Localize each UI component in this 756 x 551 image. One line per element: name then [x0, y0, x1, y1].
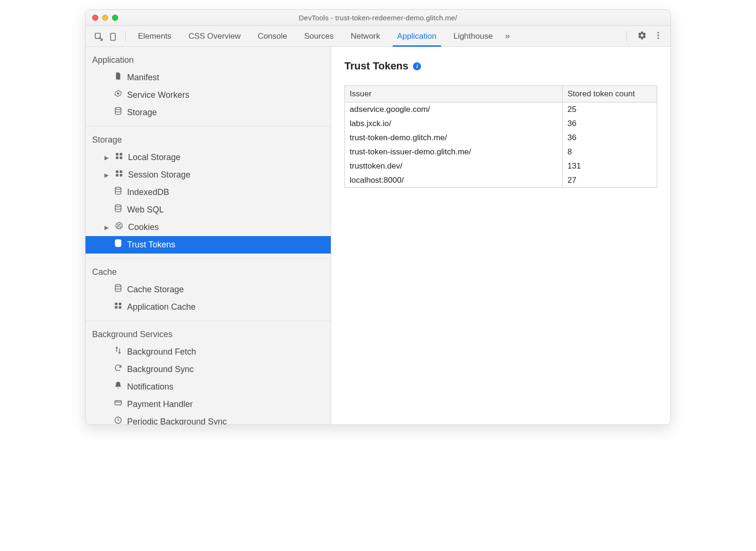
- db-icon: [114, 186, 122, 199]
- cell-issuer: trust-token-issuer-demo.glitch.me/: [345, 145, 563, 159]
- panel-heading: Trust Tokens i: [344, 60, 657, 72]
- sidebar-item-label: Application Cache: [127, 301, 196, 314]
- sidebar-item-label: Storage: [127, 106, 157, 119]
- svg-rect-25: [119, 303, 121, 305]
- svg-rect-1: [111, 33, 115, 40]
- application-sidebar: ApplicationManifestService WorkersStorag…: [86, 47, 331, 424]
- cell-issuer: trust-token-demo.glitch.me/: [345, 131, 563, 145]
- table-row[interactable]: trust-token-issuer-demo.glitch.me/8: [345, 145, 657, 159]
- sidebar-item-label: Cookies: [128, 221, 159, 234]
- expand-caret-icon[interactable]: ▶: [104, 223, 109, 232]
- svg-point-23: [115, 285, 121, 287]
- tab-css-overview[interactable]: CSS Overview: [180, 26, 249, 46]
- sidebar-section-heading: Application: [86, 51, 331, 69]
- sidebar-item-background-sync[interactable]: Background Sync: [86, 361, 331, 378]
- db-icon: [114, 203, 122, 216]
- tab-label: CSS Overview: [189, 32, 241, 41]
- grid-icon: [115, 169, 123, 181]
- cell-count: 36: [563, 131, 657, 145]
- main-panel: Trust Tokens i Issuer Stored token count…: [331, 47, 670, 424]
- table-row[interactable]: trust-token-demo.glitch.me/36: [345, 131, 657, 145]
- panel-heading-text: Trust Tokens: [344, 60, 408, 72]
- trust-tokens-table: Issuer Stored token count adservice.goog…: [344, 85, 657, 188]
- svg-rect-26: [115, 306, 117, 309]
- tab-label: Lighthouse: [454, 32, 493, 41]
- zoom-window-button[interactable]: [112, 15, 118, 21]
- table-row[interactable]: labs.jxck.io/36: [345, 117, 657, 131]
- sidebar-item-background-fetch[interactable]: Background Fetch: [86, 343, 331, 361]
- sidebar-item-local-storage[interactable]: ▶Local Storage: [86, 149, 331, 166]
- tab-network[interactable]: Network: [342, 26, 388, 46]
- sidebar-item-label: Background Fetch: [127, 346, 196, 358]
- table-row[interactable]: localhost:8000/27: [345, 173, 657, 188]
- svg-point-2: [657, 32, 659, 33]
- window-controls: [92, 15, 118, 21]
- sidebar-item-session-storage[interactable]: ▶Session Storage: [86, 166, 331, 184]
- expand-caret-icon[interactable]: ▶: [104, 171, 109, 179]
- cell-count: 25: [563, 102, 657, 117]
- sidebar-item-label: Service Workers: [127, 89, 189, 102]
- svg-point-20: [120, 227, 121, 228]
- svg-rect-27: [119, 306, 121, 309]
- sidebar-item-label: Trust Tokens: [127, 238, 175, 251]
- tab-label: Console: [258, 32, 287, 41]
- sidebar-section-heading: Background Services: [86, 326, 331, 343]
- cell-issuer: labs.jxck.io/: [345, 117, 563, 131]
- column-header-issuer[interactable]: Issuer: [345, 86, 563, 102]
- tabs-overflow-button[interactable]: »: [501, 31, 514, 41]
- sidebar-item-storage[interactable]: Storage: [86, 104, 331, 121]
- tab-label: Network: [351, 32, 380, 41]
- close-window-button[interactable]: [92, 15, 98, 21]
- svg-rect-28: [115, 401, 121, 405]
- db-icon: [114, 283, 122, 296]
- column-header-count[interactable]: Stored token count: [563, 86, 657, 102]
- svg-point-21: [118, 227, 119, 228]
- db-icon: [114, 238, 122, 251]
- expand-caret-icon[interactable]: ▶: [104, 153, 109, 162]
- minimize-window-button[interactable]: [102, 15, 108, 21]
- sidebar-item-service-workers[interactable]: Service Workers: [86, 86, 331, 104]
- titlebar: DevTools - trust-token-redeemer-demo.gli…: [86, 10, 670, 26]
- sidebar-item-label: Periodic Background Sync: [127, 415, 227, 424]
- sidebar-item-application-cache[interactable]: Application Cache: [86, 298, 331, 316]
- tab-sources[interactable]: Sources: [296, 26, 342, 46]
- svg-rect-14: [120, 174, 122, 177]
- cell-count: 131: [563, 159, 657, 173]
- sidebar-item-payment-handler[interactable]: Payment Handler: [86, 396, 331, 413]
- sidebar-item-label: Session Storage: [128, 169, 190, 181]
- tab-application[interactable]: Application: [389, 26, 445, 46]
- updown-icon: [114, 346, 122, 358]
- sidebar-section-heading: Storage: [86, 131, 331, 149]
- device-toolbar-icon[interactable]: [108, 32, 117, 41]
- card-icon: [114, 398, 122, 411]
- tab-lighthouse[interactable]: Lighthouse: [445, 26, 501, 46]
- sidebar-item-indexeddb[interactable]: IndexedDB: [86, 184, 331, 201]
- cell-count: 27: [563, 173, 657, 188]
- toolbar-separator: [627, 31, 627, 42]
- info-icon[interactable]: i: [413, 62, 421, 70]
- sidebar-item-cookies[interactable]: ▶Cookies: [86, 219, 331, 236]
- svg-rect-7: [116, 153, 118, 155]
- svg-rect-8: [120, 153, 122, 155]
- sidebar-item-notifications[interactable]: Notifications: [86, 378, 331, 396]
- sidebar-item-cache-storage[interactable]: Cache Storage: [86, 281, 331, 298]
- sidebar-item-label: Manifest: [127, 71, 159, 84]
- sidebar-item-web-sql[interactable]: Web SQL: [86, 201, 331, 219]
- sidebar-section-heading: Cache: [86, 263, 331, 281]
- sidebar-item-manifest[interactable]: Manifest: [86, 69, 331, 86]
- sidebar-item-periodic-background-sync[interactable]: Periodic Background Sync: [86, 413, 331, 424]
- more-menu-icon[interactable]: [653, 31, 663, 42]
- tab-console[interactable]: Console: [249, 26, 295, 46]
- settings-gear-icon[interactable]: [637, 31, 647, 42]
- cell-issuer: adservice.google.com/: [345, 102, 563, 117]
- table-row[interactable]: trusttoken.dev/131: [345, 159, 657, 173]
- sidebar-item-trust-tokens[interactable]: Trust Tokens: [86, 236, 331, 254]
- inspect-element-icon[interactable]: [94, 32, 103, 41]
- tab-elements[interactable]: Elements: [129, 26, 180, 46]
- sidebar-item-label: Local Storage: [128, 151, 180, 164]
- svg-point-5: [117, 93, 120, 95]
- svg-point-18: [118, 225, 119, 226]
- table-row[interactable]: adservice.google.com/25: [345, 102, 657, 117]
- tab-label: Application: [397, 32, 437, 41]
- tab-label: Elements: [138, 32, 172, 41]
